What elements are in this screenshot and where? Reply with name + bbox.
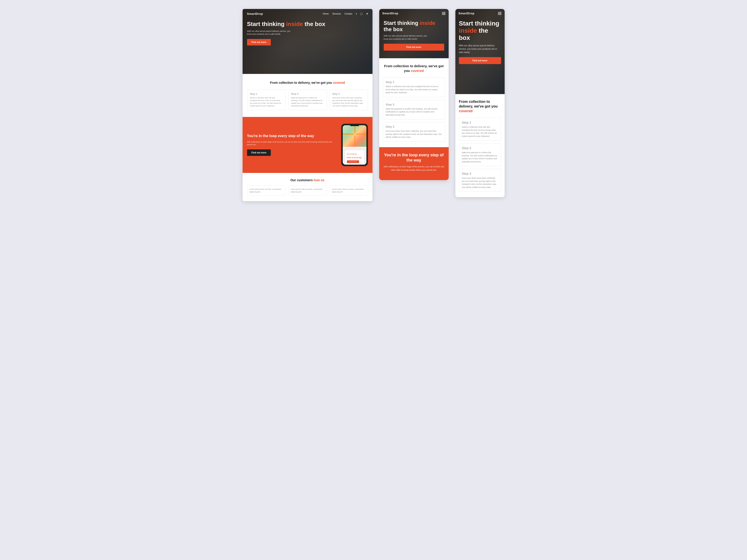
tablet-step1-text: Select a collection time slot and comple…	[386, 85, 442, 94]
facebook-icon: 𝐟	[356, 12, 357, 15]
mobile-hamburger[interactable]	[498, 12, 501, 15]
testimonial-1: Lorem ipsum dolor sit amet, consectetur …	[247, 185, 286, 196]
desktop-testimonials-row: Lorem ipsum dolor sit amet, consectetur …	[247, 185, 368, 196]
tablet-step3: Step 3 Once your items have been collect…	[383, 122, 445, 142]
tablet-steps-title: From collection to delivery, we've got y…	[383, 63, 445, 73]
testimonial-2-text: Lorem ipsum dolor sit amet, consectetur …	[291, 188, 324, 193]
desktop-device: SmartDrop Home Services Contact 𝐟 ◯ ✥ St…	[242, 9, 372, 201]
desktop-steps-row: Step 1 Select a collection time slot and…	[247, 90, 368, 110]
tablet-step2: Step 2 Make the payment to confirm the b…	[383, 100, 445, 120]
hero-title-end: the box	[303, 21, 325, 27]
slot-driver-way: Driver is on his way	[347, 156, 362, 159]
desktop-step1: Step 1 Select a collection time slot and…	[247, 90, 286, 110]
desktop-nav: SmartDrop Home Services Contact 𝐟 ◯ ✥	[242, 9, 372, 19]
tablet-hero-cta[interactable]: Find out more	[384, 44, 444, 51]
mobile-hamburger-line-1	[498, 12, 501, 12]
desktop-step3-title: Step 3	[332, 93, 365, 95]
hero-title-accent: inside	[286, 21, 303, 27]
desktop-loop-title: You're in the loop every step of the way	[247, 134, 337, 138]
testimonial-3-text: Lorem ipsum dolor sit amet, consectetur …	[332, 188, 365, 193]
nav-services[interactable]: Services	[332, 12, 341, 15]
desktop-step3-text: Once your items have been collected, you…	[332, 97, 365, 107]
desktop-steps-section: From collection to delivery, we've got y…	[242, 74, 372, 117]
tablet-steps-section: From collection to delivery, we've got y…	[379, 58, 449, 147]
tablet-loop-subtitle: With notifications at each stage of the …	[383, 165, 445, 172]
mobile-logo: SmartDrop	[459, 11, 474, 15]
contact-driver-btn[interactable]: Contact Driver	[347, 160, 359, 163]
slot-panel: Slot confirmed Driver is on his way Cont…	[344, 150, 365, 164]
tablet-step2-title: Step 2	[386, 103, 442, 106]
desktop-step2-title: Step 2	[291, 93, 324, 95]
tablet-nav: SmartDrop	[379, 9, 449, 18]
tablet-loop-section: You're in the loop every step of the way…	[379, 147, 449, 180]
tablet-loop-text: You're in the loop every step of the way…	[383, 153, 445, 175]
mobile-steps-section: From collection to delivery, we've got y…	[455, 94, 505, 197]
desktop-hero: SmartDrop Home Services Contact 𝐟 ◯ ✥ St…	[242, 9, 372, 74]
mobile-device: SmartDrop Start thinking inside the box …	[455, 9, 505, 197]
mobile-step1-title: Step 1	[462, 121, 498, 124]
testimonial-1-text: Lorem ipsum dolor sit amet, consectetur …	[250, 188, 283, 193]
mobile-step1: Step 1 Select a collection time slot and…	[459, 118, 501, 141]
slot-confirmed: Slot confirmed	[347, 152, 362, 156]
nav-contact[interactable]: Contact	[344, 12, 352, 15]
hero-title-plain: Start thinking	[247, 21, 286, 27]
desktop-loop-cta[interactable]: Find out more	[247, 149, 271, 156]
tablet-device: SmartDrop Start thinking inside the box …	[379, 9, 449, 180]
tablet-hero-subtitle: With our ultra secure parcel delivery se…	[384, 34, 429, 41]
twitter-icon: ✥	[366, 12, 368, 15]
tablet-step3-text: Once your items have been collected, you…	[386, 130, 442, 139]
mobile-step2: Step 2 Make the payment to confirm the b…	[459, 143, 501, 166]
mobile-nav: SmartDrop	[455, 9, 505, 18]
phone-info-panel: Slot confirmed Driver is on his way Cont…	[343, 147, 366, 164]
hamburger-line-2	[442, 13, 445, 14]
tablet-step2-text: Make the payment to confirm the booking.…	[386, 107, 442, 117]
desktop-hero-subtitle: With our ultra secure parcel delivery se…	[247, 30, 292, 36]
desktop-step1-title: Step 1	[250, 93, 283, 95]
desktop-nav-links: Home Services Contact 𝐟 ◯ ✥	[323, 12, 368, 15]
mobile-steps-title: From collection to delivery, we've got y…	[459, 99, 501, 113]
map-location-dot	[354, 133, 356, 135]
desktop-logo: SmartDrop	[247, 12, 263, 16]
slot-contact: Contact Driver	[347, 159, 362, 164]
desktop-loop-section: You're in the loop every step of the way…	[242, 117, 372, 173]
testimonial-2: Lorem ipsum dolor sit amet, consectetur …	[288, 185, 327, 196]
desktop-hero-cta[interactable]: Find out more	[247, 39, 271, 46]
mobile-hero-text: Start thinking inside the box With our u…	[455, 18, 505, 69]
tablet-step1-title: Step 1	[386, 80, 442, 84]
mobile-step3-title: Step 3	[462, 172, 498, 175]
desktop-step2: Step 2 Make the payment to confirm the b…	[288, 90, 327, 110]
tablet-loop-title: You're in the loop every step of the way	[383, 153, 445, 163]
hamburger-line-1	[442, 12, 445, 12]
mobile-hamburger-line-3	[498, 14, 501, 15]
mobile-step1-text: Select a collection time slot and comple…	[462, 126, 498, 138]
desktop-hero-title: Start thinking inside the box	[247, 21, 368, 28]
mobile-step2-text: Make the payment to confirm the booking.…	[462, 151, 498, 163]
desktop-phone-mockup: Slot confirmed Driver is on his way Cont…	[341, 124, 368, 166]
mobile-hamburger-line-2	[498, 13, 501, 14]
mobile-step2-title: Step 2	[462, 146, 498, 150]
mobile-hero: SmartDrop Start thinking inside the box …	[455, 9, 505, 94]
desktop-step1-text: Select a collection time slot and comple…	[250, 97, 283, 107]
desktop-customers-title: Our customers love us	[247, 178, 368, 182]
nav-home[interactable]: Home	[323, 12, 329, 15]
mobile-hero-cta[interactable]: Find out more	[459, 57, 501, 64]
tablet-step1: Step 1 Select a collection time slot and…	[383, 77, 445, 97]
tablet-step3-title: Step 3	[386, 125, 442, 128]
desktop-customers-section: Our customers love us Lorem ipsum dolor …	[242, 173, 372, 201]
tablet-hero-text: Start thinking inside the box With our u…	[379, 18, 449, 55]
testimonial-3: Lorem ipsum dolor sit amet, consectetur …	[330, 185, 368, 196]
mobile-hero-title: Start thinking inside the box	[459, 20, 501, 42]
phone-screen: Slot confirmed Driver is on his way Cont…	[343, 125, 366, 164]
map-road-vertical	[355, 125, 355, 147]
phone-map	[343, 125, 366, 147]
instagram-icon: ◯	[360, 12, 363, 15]
tablet-hero-title: Start thinking inside the box	[384, 20, 444, 32]
tablet-hamburger[interactable]	[442, 12, 445, 15]
desktop-hero-text: Start thinking inside the box With our u…	[242, 19, 372, 50]
desktop-loop-text: You're in the loop every step of the way…	[247, 134, 337, 156]
desktop-step3: Step 3 Once your items have been collect…	[330, 90, 368, 110]
tablet-hero: SmartDrop Start thinking inside the box …	[379, 9, 449, 58]
mobile-steps-col: Step 1 Select a collection time slot and…	[459, 118, 501, 192]
desktop-steps-title: From collection to delivery, we've got y…	[247, 81, 368, 85]
mobile-hero-subtitle: With our ultra secure parcel delivery se…	[459, 44, 499, 54]
